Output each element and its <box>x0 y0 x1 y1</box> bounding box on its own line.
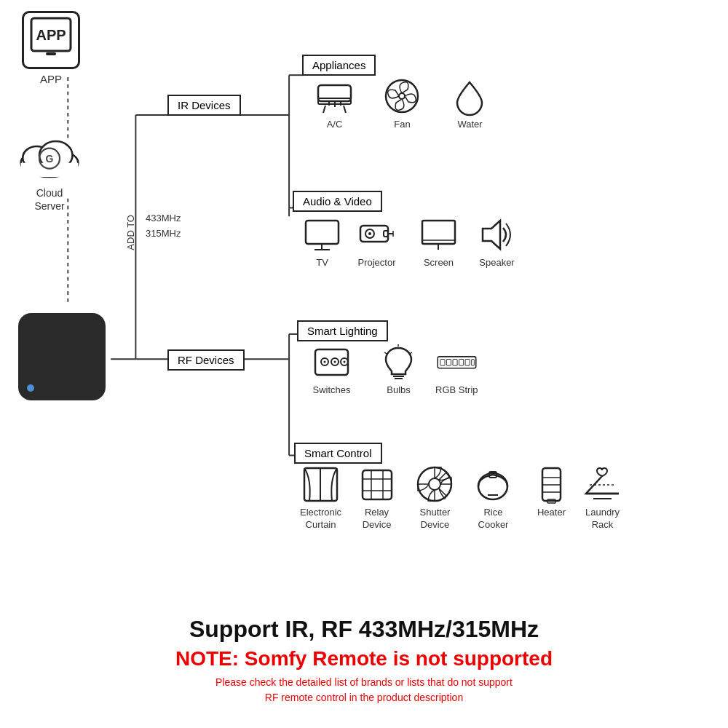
tv-item: TV <box>302 215 342 269</box>
svg-text:APP: APP <box>36 27 66 43</box>
rgb-strip-label: RGB Strip <box>435 384 478 397</box>
svg-rect-58 <box>440 360 445 366</box>
rice-cooker-icon <box>473 464 513 505</box>
relay-item: RelayDevice <box>357 464 397 531</box>
wifi-indicator <box>27 384 34 392</box>
cloud-section: G Cloud Server <box>13 131 86 213</box>
app-section: APP APP <box>22 11 80 85</box>
speaker-icon <box>477 215 517 255</box>
svg-rect-32 <box>306 221 339 244</box>
fan-item: Fan <box>382 76 422 131</box>
rgb-strip-icon <box>437 342 477 382</box>
ac-item: A/C <box>314 76 355 131</box>
control-category-box: Smart Control <box>294 443 382 464</box>
water-item: Water <box>450 76 490 131</box>
projector-item: Projector <box>357 215 397 269</box>
av-category-box: Audio & Video <box>293 191 382 212</box>
svg-line-25 <box>323 106 325 113</box>
svg-point-30 <box>386 80 418 112</box>
speaker-item: Speaker <box>477 215 517 269</box>
rgb-strip-item: RGB Strip <box>435 342 478 397</box>
switches-label: Switches <box>312 384 350 397</box>
svg-rect-38 <box>384 231 388 237</box>
svg-point-51 <box>344 361 346 363</box>
rice-cooker-item: RiceCooker <box>473 464 513 531</box>
svg-rect-57 <box>438 357 476 368</box>
switches-icon <box>312 342 352 382</box>
curtain-icon <box>301 464 341 505</box>
water-icon <box>450 76 490 116</box>
addto-label: ADD TO <box>125 215 137 250</box>
ac-label: A/C <box>327 119 343 131</box>
screen-label: Screen <box>424 257 454 269</box>
cloud-icon: G <box>13 131 86 185</box>
support-text: Support IR, RF 433MHz/315MHz <box>189 616 539 643</box>
tv-icon <box>302 215 342 255</box>
screen-item: Screen <box>419 215 459 269</box>
svg-rect-66 <box>363 470 392 499</box>
relay-label: RelayDevice <box>363 507 392 531</box>
appliances-category-box: Appliances <box>302 55 376 76</box>
svg-line-26 <box>344 106 346 113</box>
cloud-label: Cloud Server <box>34 186 64 213</box>
water-label: Water <box>457 119 482 131</box>
svg-rect-60 <box>453 360 457 366</box>
laundry-icon <box>582 464 622 505</box>
speaker-label: Speaker <box>479 257 514 269</box>
disclaimer-text: Please check the detailed list of brands… <box>215 675 513 705</box>
svg-rect-2 <box>46 52 56 55</box>
ir-devices-box: IR Devices <box>167 95 241 116</box>
svg-line-56 <box>410 352 412 354</box>
app-icon: APP <box>22 11 80 69</box>
laundry-item: LaundryRack <box>582 464 622 531</box>
laundry-label: LaundryRack <box>585 507 620 531</box>
svg-rect-63 <box>471 360 474 366</box>
rice-cooker-label: RiceCooker <box>478 507 509 531</box>
projector-label: Projector <box>357 257 395 269</box>
note-text: NOTE: Somfy Remote is not supported <box>175 647 553 670</box>
heater-icon <box>531 464 571 505</box>
heater-label: Heater <box>537 507 566 519</box>
lighting-category-box: Smart Lighting <box>297 320 388 341</box>
tv-label: TV <box>316 257 328 269</box>
svg-rect-6 <box>21 163 79 177</box>
shutter-label: ShutterDevice <box>420 507 451 531</box>
shutter-icon <box>415 464 455 505</box>
rf-devices-box: RF Devices <box>167 349 245 371</box>
bulbs-label: Bulbs <box>387 384 411 397</box>
app-label: APP <box>40 73 62 85</box>
svg-marker-44 <box>483 221 500 249</box>
switches-item: Switches <box>312 342 352 397</box>
device-box <box>18 313 106 400</box>
bottom-text-area: Support IR, RF 433MHz/315MHz NOTE: Somfy… <box>0 593 728 728</box>
bulbs-item: Bulbs <box>379 342 419 397</box>
relay-icon <box>357 464 397 505</box>
screen-icon <box>419 215 459 255</box>
main-container: APP APP G Cloud Server <box>0 0 728 728</box>
svg-point-37 <box>368 232 371 235</box>
svg-rect-61 <box>459 360 463 366</box>
curtain-item: ElectronicCurtain <box>300 464 341 531</box>
svg-point-31 <box>399 93 405 99</box>
fan-icon <box>382 76 422 116</box>
svg-text:G: G <box>46 153 54 165</box>
shutter-item: ShutterDevice <box>415 464 455 531</box>
svg-rect-62 <box>465 360 470 366</box>
svg-rect-59 <box>446 360 451 366</box>
svg-point-47 <box>324 361 326 363</box>
fan-label: Fan <box>394 119 410 131</box>
svg-point-49 <box>334 361 336 363</box>
svg-line-55 <box>384 352 387 354</box>
ac-icon <box>314 76 355 116</box>
freq-label: 433MHz 315MHz <box>146 211 181 242</box>
projector-icon <box>357 215 397 255</box>
heater-item: Heater <box>531 464 571 519</box>
curtain-label: ElectronicCurtain <box>300 507 341 531</box>
bulbs-icon <box>379 342 419 382</box>
